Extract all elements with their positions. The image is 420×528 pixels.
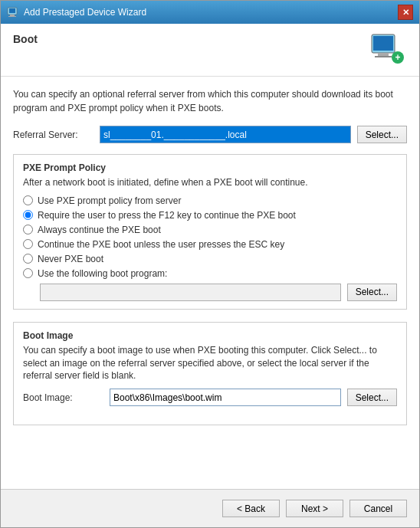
page-icon-container: +	[370, 33, 407, 70]
boot-program-input[interactable]	[40, 284, 341, 301]
page-title: Boot	[13, 33, 38, 45]
pxe-option-4[interactable]: Continue the PXE boot unless the user pr…	[23, 239, 397, 250]
svg-rect-1	[9, 8, 15, 13]
content-area: Boot + You can specify an optional refer…	[1, 24, 419, 527]
computer-icon: +	[370, 33, 404, 64]
boot-image-select-btn[interactable]: Select...	[347, 389, 397, 406]
pxe-option-4-label: Continue the PXE boot unless the user pr…	[38, 239, 284, 250]
svg-rect-2	[10, 15, 15, 16]
wizard-window: Add Prestaged Device Wizard ✕ Boot + You…	[0, 0, 420, 528]
svg-rect-5	[373, 36, 393, 51]
pxe-radio-2[interactable]	[23, 210, 33, 220]
svg-rect-7	[375, 56, 392, 57]
referral-server-row: Referral Server: Select...	[13, 126, 407, 143]
boot-image-input[interactable]	[110, 389, 341, 406]
boot-image-description: You can specify a boot image to use when…	[23, 344, 397, 382]
titlebar-left: Add Prestaged Device Wizard	[7, 6, 146, 18]
referral-server-label: Referral Server:	[13, 130, 94, 140]
pxe-option-1[interactable]: Use PXE prompt policy from server	[23, 195, 397, 206]
referral-server-select-btn[interactable]: Select...	[357, 126, 407, 143]
pxe-option-3-label: Always continue the PXE boot	[38, 225, 161, 235]
pxe-radio-1[interactable]	[23, 195, 33, 205]
pxe-section-description: After a network boot is initiated, defin…	[23, 176, 397, 189]
pxe-option-3[interactable]: Always continue the PXE boot	[23, 225, 397, 235]
pxe-section-title: PXE Prompt Policy	[23, 162, 397, 173]
window-title: Add Prestaged Device Wizard	[24, 7, 146, 18]
pxe-option-1-label: Use PXE prompt policy from server	[38, 195, 181, 206]
svg-text:+: +	[395, 52, 400, 63]
boot-image-title: Boot Image	[23, 330, 397, 341]
pxe-radio-3[interactable]	[23, 225, 33, 234]
pxe-option-2-label: Require the user to press the F12 key to…	[38, 210, 296, 221]
back-button[interactable]: < Back	[222, 500, 280, 517]
page-header: Boot +	[1, 24, 419, 77]
titlebar: Add Prestaged Device Wizard ✕	[1, 1, 419, 24]
boot-image-section: Boot Image You can specify a boot image …	[13, 322, 407, 425]
boot-image-field-row: Boot Image: Select...	[23, 389, 397, 406]
pxe-radio-4[interactable]	[23, 239, 33, 249]
wizard-footer: < Back Next > Cancel	[1, 489, 419, 527]
pxe-radio-6[interactable]	[23, 268, 33, 278]
pxe-option-2[interactable]: Require the user to press the F12 key to…	[23, 210, 397, 221]
cancel-button[interactable]: Cancel	[349, 500, 407, 517]
boot-program-select-btn[interactable]: Select...	[347, 284, 397, 301]
referral-server-input[interactable]	[100, 126, 351, 143]
pxe-option-6-label: Use the following boot program:	[38, 268, 167, 279]
pxe-option-5[interactable]: Never PXE boot	[23, 254, 397, 264]
next-button[interactable]: Next >	[286, 500, 343, 517]
svg-rect-6	[378, 53, 389, 56]
pxe-radio-group: Use PXE prompt policy from server Requir…	[23, 195, 397, 279]
svg-rect-3	[8, 16, 16, 17]
page-description: You can specify an optional referral ser…	[13, 87, 407, 115]
app-icon	[7, 6, 19, 18]
boot-image-label: Boot Image:	[23, 392, 103, 403]
pxe-radio-5[interactable]	[23, 254, 33, 264]
page-body: You can specify an optional referral ser…	[1, 77, 419, 489]
close-button[interactable]: ✕	[398, 5, 413, 20]
pxe-section: PXE Prompt Policy After a network boot i…	[13, 154, 407, 310]
pxe-option-5-label: Never PXE boot	[38, 254, 103, 264]
boot-program-row: Select...	[23, 284, 397, 301]
pxe-option-6[interactable]: Use the following boot program:	[23, 268, 397, 279]
